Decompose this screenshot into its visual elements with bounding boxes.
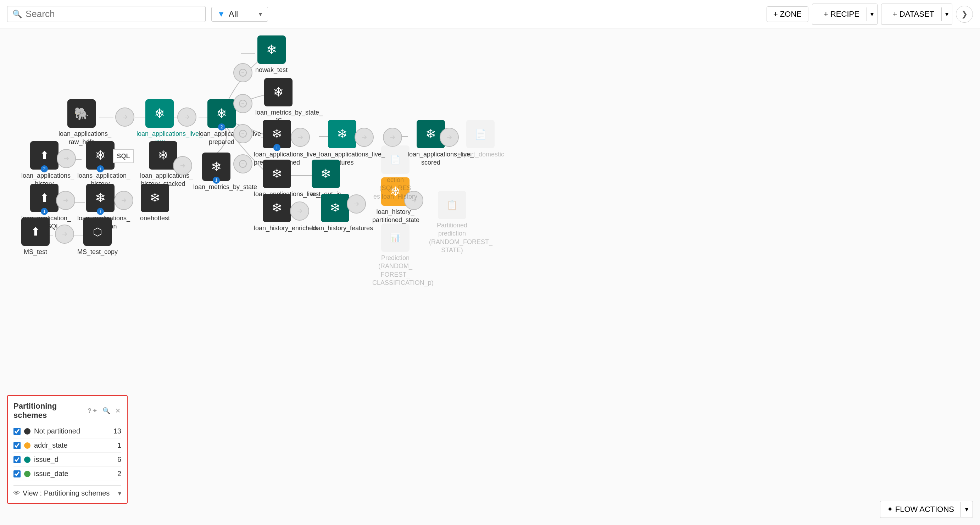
node-icon-cube: ⬡: [83, 217, 112, 246]
badge-i2: i: [97, 165, 104, 172]
flow-actions-arrow[interactable]: ▾: [961, 502, 972, 517]
node-icon-snowflake: ❄ 1: [202, 153, 231, 181]
node-recipe-sql-loan[interactable]: 📄 ection (SQL_RESes loan_History: [372, 145, 418, 201]
node-icon-faded-recipe: 📄: [381, 145, 409, 174]
node-label: onehottest: [140, 214, 170, 222]
node-icon-snowflake: ❄: [145, 99, 174, 128]
node-icon-snowflake: ❄: [312, 160, 340, 188]
node-loan-metrics-state[interactable]: ❄ 1 loan_metrics_by_state: [193, 153, 239, 191]
node-predict-right[interactable]: 📄 export_domestic: [457, 120, 503, 158]
flow-actions-button[interactable]: ✦ FLOW ACTIONS ▾: [880, 501, 973, 518]
node-icon-snowflake: ❄ i: [86, 141, 115, 169]
node-icon-snowflake: ❄: [258, 35, 286, 64]
partition-checkbox-2[interactable]: [13, 456, 21, 463]
badge-1: 1: [213, 177, 220, 184]
node-icon-snowflake: ❄ i: [263, 120, 291, 148]
partition-name-0: Not partitioned: [34, 427, 110, 435]
node-loan-apps-live-raw[interactable]: ❄ loan_applications_live_raw: [137, 99, 183, 147]
recipe-button-arrow[interactable]: ▾: [867, 8, 877, 21]
node-icon-snowflake: ❄ 2: [207, 99, 236, 128]
partition-row-3: issue_date 2: [13, 467, 121, 481]
filter-label: All: [229, 9, 238, 19]
badge-i3: i: [97, 208, 104, 215]
partitioning-panel: Partitioning schemes ? ✦ 🔍 ✕ Not partiti…: [7, 395, 128, 504]
partition-dot-2: [24, 456, 30, 463]
node-label: nowak_test: [255, 66, 288, 74]
node-ms-test-copy[interactable]: ⬡ MS_test_copy: [77, 217, 118, 256]
node-test-out-js[interactable]: ❄ test_out_js: [310, 160, 341, 198]
node-label: loan_history_enriched: [254, 224, 300, 232]
dataset-button-main[interactable]: + DATASET: [888, 7, 939, 22]
badge-2: 2: [218, 123, 225, 131]
node-label: loan_history_features: [312, 224, 358, 232]
panel-header: Partitioning schemes ? ✦ 🔍 ✕: [13, 402, 121, 420]
partition-checkbox-1[interactable]: [13, 442, 21, 449]
node-icon-upload-3: ⬆: [21, 217, 49, 246]
node-icon-elephant: 🐘: [67, 99, 96, 128]
node-icon-snowflake: ❄: [141, 184, 169, 212]
search-box: 🔍: [7, 6, 206, 22]
filter-dropdown[interactable]: ▼ All ▾: [211, 7, 268, 22]
panel-footer: 👁 View : Partitioning schemes ▾: [13, 485, 121, 497]
view-text: View : Partitioning schemes: [23, 489, 110, 497]
node-loan-apps-raw-hdfs[interactable]: 🐘 loan_applications_raw_hdfs: [59, 99, 105, 147]
partition-row-1: addr_state 1: [13, 439, 121, 453]
connector-score-right: [440, 128, 459, 147]
node-label: loan_metrics_by_state: [193, 183, 239, 191]
node-onehottest[interactable]: ❄ onehottest: [140, 184, 170, 222]
flow-canvas: line, path { stroke: #bbb; stroke-width:…: [0, 29, 980, 525]
dataset-button-arrow[interactable]: ▾: [941, 8, 952, 21]
badge-1b: 1: [41, 208, 48, 215]
chevron-down-icon: ▾: [259, 10, 262, 18]
connector-apps-hist: [57, 149, 76, 168]
connector-to-scored-2: [383, 128, 402, 147]
partition-checkbox-3[interactable]: [13, 471, 21, 477]
node-label: MS_test: [24, 248, 47, 256]
dataset-button-group: + DATASET ▾: [881, 3, 952, 25]
panel-title: Partitioning schemes ?: [13, 402, 91, 420]
node-nowak-test[interactable]: ❄ nowak_test: [255, 35, 288, 74]
badge-i: i: [274, 144, 280, 151]
node-icon-snowflake: ❄: [263, 194, 291, 222]
node-label: Prediction (RANDOM_FOREST_CLASSIFICATION…: [372, 254, 418, 287]
connector-to-scored: [355, 128, 374, 147]
partition-count-0: 13: [113, 427, 121, 435]
panel-close-btn[interactable]: ✕: [115, 406, 121, 415]
node-loan-metrics-js[interactable]: ❄ loan_metrics_by_state_JS: [255, 78, 301, 125]
partition-name-3: issue_date: [34, 470, 114, 478]
panel-search-btn[interactable]: 🔍: [102, 406, 111, 415]
action-buttons: + ZONE + RECIPE ▾ + DATASET ▾ ❯: [767, 3, 973, 25]
connector-2012-sql: [56, 191, 75, 210]
node-label: Partitioned prediction(RANDOM_FOREST_STA…: [429, 221, 475, 255]
node-loans-app-history[interactable]: ❄ i loans_application_history: [77, 141, 123, 188]
badge-2b: 2: [41, 165, 48, 172]
connector-ms-test: [55, 225, 74, 244]
view-arrow[interactable]: ▾: [118, 490, 121, 497]
node-icon-snowflake: ❄: [263, 160, 291, 188]
panel-title-text: Partitioning schemes: [13, 402, 85, 420]
back-button[interactable]: ❯: [956, 6, 973, 23]
filter-icon: ▼: [217, 10, 225, 19]
node-icon-upload-2: ⬆ 1: [30, 184, 59, 212]
zone-button[interactable]: + ZONE: [767, 6, 808, 22]
node-ms-test[interactable]: ⬆ MS_test: [21, 217, 49, 256]
view-label: 👁 View : Partitioning schemes: [13, 489, 115, 497]
node-icon-faded-3: 📊: [381, 223, 409, 252]
recipe-button-main[interactable]: + RECIPE: [819, 7, 864, 22]
connector-metrics-js: [233, 94, 253, 113]
node-label: MS_test_copy: [77, 248, 118, 256]
help-icon: ?: [88, 407, 91, 415]
partition-checkbox-0[interactable]: [13, 428, 21, 435]
panel-settings-btn[interactable]: ✦: [91, 406, 98, 415]
partition-row-0: Not partitioned 13: [13, 424, 121, 439]
connector-1: [115, 107, 134, 127]
partition-dot-0: [24, 428, 30, 434]
search-icon: 🔍: [13, 10, 22, 19]
node-prediction-forest[interactable]: 📊 Prediction (RANDOM_FOREST_CLASSIFICATI…: [372, 223, 418, 287]
partition-row-2: issue_d 6: [13, 453, 121, 467]
node-icon-snowflake: ❄: [328, 120, 356, 148]
partition-count-1: 1: [117, 441, 121, 450]
node-partitioned-prediction[interactable]: 📋 Partitioned prediction(RANDOM_FOREST_S…: [429, 191, 475, 255]
search-input[interactable]: [25, 8, 200, 19]
connector-prepared-joined: [233, 124, 253, 143]
